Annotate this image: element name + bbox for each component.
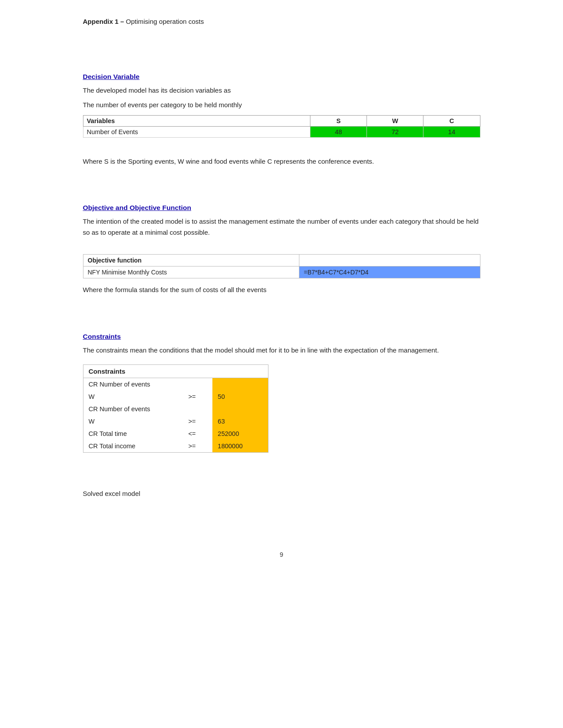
variables-table: Variables S W C Number of Events 48 72 1… xyxy=(83,115,480,138)
obj-col1-header: Objective function xyxy=(83,254,299,266)
constraint-op-6: >= xyxy=(185,440,212,452)
table-row: CR Number of events xyxy=(83,403,268,415)
constraint-op-5: <= xyxy=(185,428,212,440)
constraint-val-2: 50 xyxy=(212,390,268,403)
number-of-events-label: Number of Events xyxy=(83,126,310,137)
objective-text1: The intention of the created model is to… xyxy=(83,216,480,238)
constraints-block: Constraints CR Number of events W >= 50 xyxy=(83,364,268,453)
table-row: CR Total income >= 1800000 xyxy=(83,440,268,452)
constraints-heading[interactable]: Constraints xyxy=(83,333,480,341)
appendix-title: Appendix 1 – Optimising operation costs xyxy=(83,18,480,25)
w-value: 72 xyxy=(367,126,423,137)
w-col-header: W xyxy=(367,115,423,126)
solved-text: Solved excel model xyxy=(83,490,480,497)
table-row: Number of Events 48 72 14 xyxy=(83,126,480,137)
objective-text2: Where the formula stands for the sum of … xyxy=(83,285,480,296)
obj-row-label: NFY Minimise Monthly Costs xyxy=(83,266,299,278)
obj-col2-header xyxy=(299,254,480,266)
constraint-val-3 xyxy=(212,403,268,415)
s-value: 48 xyxy=(310,126,367,137)
obj-row-value: =B7*B4+C7*C4+D7*D4 xyxy=(299,266,480,278)
variables-col-header: Variables xyxy=(83,115,310,126)
objective-section: Objective and Objective Function The int… xyxy=(83,204,480,295)
obj-table-row: NFY Minimise Monthly Costs =B7*B4+C7*C4+… xyxy=(83,266,480,278)
constraint-label-5: CR Total time xyxy=(83,428,185,440)
constraint-label-6: CR Total income xyxy=(83,440,185,452)
c-value: 14 xyxy=(423,126,480,137)
constraints-table: CR Number of events W >= 50 CR Number of… xyxy=(83,378,268,452)
constraints-table-heading: Constraints xyxy=(83,365,268,378)
decision-variable-heading[interactable]: Decision Variable xyxy=(83,73,480,81)
constraint-op-3 xyxy=(185,403,212,415)
constraint-label-3: CR Number of events xyxy=(83,403,185,415)
table-row: W >= 63 xyxy=(83,415,268,428)
constraint-op-2: >= xyxy=(185,390,212,403)
constraint-val-5: 252000 xyxy=(212,428,268,440)
appendix-title-normal: Optimising operation costs xyxy=(124,18,204,25)
decision-variable-text1: The developed model has its decision var… xyxy=(83,85,480,96)
constraint-label-1: CR Number of events xyxy=(83,378,185,390)
constraint-val-1 xyxy=(212,378,268,390)
constraint-label-4: W xyxy=(83,415,185,428)
constraints-section: Constraints The constraints mean the con… xyxy=(83,333,480,453)
appendix-title-bold: Appendix 1 – xyxy=(83,18,124,25)
constraint-label-2: W xyxy=(83,390,185,403)
page-number: 9 xyxy=(83,551,480,558)
decision-variable-text2: The number of events per category to be … xyxy=(83,100,480,111)
decision-variable-section: Decision Variable The developed model ha… xyxy=(83,73,480,167)
constraints-text1: The constraints mean the conditions that… xyxy=(83,345,480,356)
constraint-val-6: 1800000 xyxy=(212,440,268,452)
constraint-op-1 xyxy=(185,378,212,390)
objective-heading[interactable]: Objective and Objective Function xyxy=(83,204,480,212)
c-col-header: C xyxy=(423,115,480,126)
table-row: CR Number of events xyxy=(83,378,268,390)
decision-variable-text3: Where S is the Sporting events, W wine a… xyxy=(83,156,480,167)
constraint-op-4: >= xyxy=(185,415,212,428)
constraint-val-4: 63 xyxy=(212,415,268,428)
table-row: W >= 50 xyxy=(83,390,268,403)
table-row: CR Total time <= 252000 xyxy=(83,428,268,440)
objective-table: Objective function NFY Minimise Monthly … xyxy=(83,254,480,278)
s-col-header: S xyxy=(310,115,367,126)
